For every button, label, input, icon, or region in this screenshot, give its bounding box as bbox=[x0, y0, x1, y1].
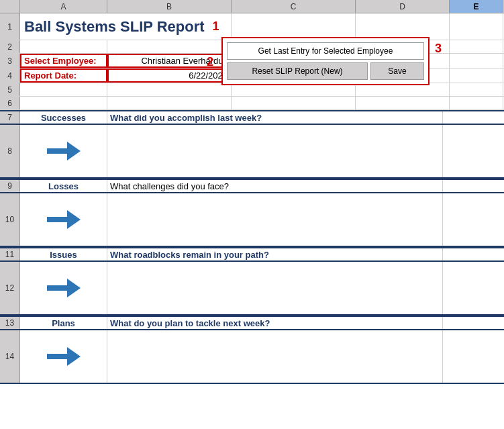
annotation-3-label: 3 bbox=[435, 42, 442, 56]
cell-5b bbox=[107, 83, 232, 96]
cell-6a bbox=[20, 97, 107, 109]
buttons-overlay: Get Last Entry for Selected Employee Res… bbox=[221, 37, 430, 85]
cell-14d bbox=[443, 330, 504, 383]
cell-6e bbox=[450, 97, 503, 109]
issues-arrow-cell bbox=[20, 262, 107, 314]
cell-7d bbox=[443, 111, 504, 124]
cell-12d bbox=[443, 262, 504, 314]
col-header-a: A bbox=[20, 0, 107, 13]
plans-label: Plans bbox=[20, 317, 107, 329]
plans-question: What do you plan to tackle next week? bbox=[107, 317, 443, 329]
rownum-14: 14 bbox=[0, 330, 20, 383]
row-14-plans-content: 14 bbox=[0, 330, 504, 384]
rownum-12: 12 bbox=[0, 262, 20, 314]
spreadsheet: A B C D E 1 Ball Systems SLIP Report 1 2 bbox=[0, 0, 504, 429]
row-9-losses-header: 9 Losses What challenges did you face? bbox=[0, 179, 504, 193]
row-11-issues-header: 11 Issues What roadblocks remain in your… bbox=[0, 247, 504, 262]
cell-4e bbox=[450, 68, 503, 83]
cell-3e bbox=[450, 54, 503, 68]
employee-label: Select Employee: bbox=[20, 54, 107, 68]
col-header-b: B bbox=[107, 0, 232, 13]
row-8-successes-content: 8 4 bbox=[0, 125, 504, 179]
cell-1d bbox=[356, 13, 450, 40]
cell-6b bbox=[107, 97, 232, 109]
cell-5e bbox=[450, 83, 503, 96]
row-13-plans-header: 13 Plans What do you plan to tackle next… bbox=[0, 316, 504, 330]
plans-content-cell[interactable] bbox=[107, 330, 443, 383]
row-7-successes-header: 7 Successes What did you accomplish last… bbox=[0, 110, 504, 125]
losses-arrow-cell bbox=[20, 193, 107, 246]
row-5: 5 bbox=[0, 83, 504, 97]
cell-2b bbox=[107, 40, 232, 53]
plans-arrow-cell bbox=[20, 330, 107, 383]
col-header-d: D bbox=[356, 0, 450, 13]
losses-label: Losses bbox=[20, 180, 107, 192]
successes-arrow-cell bbox=[20, 125, 107, 177]
cell-8d bbox=[443, 125, 504, 177]
title-cell: Ball Systems SLIP Report 1 bbox=[20, 13, 232, 40]
cell-10d bbox=[443, 193, 504, 246]
rownum-10: 10 bbox=[0, 193, 20, 246]
get-last-entry-button[interactable]: Get Last Entry for Selected Employee bbox=[227, 42, 424, 60]
issues-label: Issues bbox=[20, 248, 107, 260]
annotation-2-label: 2 bbox=[207, 55, 213, 69]
successes-arrow-icon bbox=[47, 142, 81, 160]
cell-6d bbox=[356, 97, 450, 109]
cell-2e bbox=[450, 40, 503, 53]
corner-cell bbox=[0, 0, 20, 13]
rownum-3: 3 bbox=[0, 54, 20, 68]
cell-11d bbox=[443, 248, 504, 260]
annotation-1: 1 bbox=[213, 19, 219, 34]
col-header-e: E bbox=[450, 0, 503, 13]
rownum-7: 7 bbox=[0, 111, 20, 124]
issues-arrow-icon bbox=[47, 279, 81, 297]
rownum-13: 13 bbox=[0, 317, 20, 329]
save-button[interactable]: Save bbox=[370, 62, 424, 80]
plans-arrow-icon bbox=[47, 347, 81, 366]
rownum-11: 11 bbox=[0, 248, 20, 260]
row-12-issues-content: 12 bbox=[0, 262, 504, 316]
row-1: 1 Ball Systems SLIP Report 1 bbox=[0, 13, 504, 40]
rownum-4: 4 bbox=[0, 68, 20, 83]
cell-9d bbox=[443, 180, 504, 192]
cell-2a bbox=[20, 40, 107, 53]
spreadsheet-title: Ball Systems SLIP Report bbox=[24, 18, 205, 36]
issues-content-cell[interactable] bbox=[107, 262, 443, 314]
row-6: 6 bbox=[0, 97, 504, 110]
row-10-losses-content: 10 bbox=[0, 193, 504, 247]
report-date-label: Report Date: bbox=[20, 68, 107, 83]
cell-1e bbox=[450, 13, 503, 40]
rownum-6: 6 bbox=[0, 97, 20, 109]
losses-arrow-icon bbox=[47, 210, 81, 229]
losses-question: What challenges did you face? bbox=[107, 180, 443, 192]
successes-label: Successes bbox=[20, 111, 107, 124]
rownum-2: 2 bbox=[0, 40, 20, 53]
rownum-5: 5 bbox=[0, 83, 20, 96]
cell-1c bbox=[232, 13, 356, 40]
issues-question: What roadblocks remain in your path? bbox=[107, 248, 443, 260]
rownum-1: 1 bbox=[0, 13, 20, 40]
cell-6c bbox=[232, 97, 356, 109]
cell-13d bbox=[443, 317, 504, 329]
rownum-8: 8 bbox=[0, 125, 20, 177]
cell-5a bbox=[20, 83, 107, 96]
report-date-value[interactable]: 6/22/2020 bbox=[107, 68, 232, 83]
rownum-9: 9 bbox=[0, 180, 20, 192]
column-headers: A B C D E bbox=[0, 0, 504, 13]
successes-content-cell[interactable]: 4 bbox=[107, 125, 443, 177]
successes-question: What did you accomplish last week? bbox=[107, 111, 443, 124]
col-header-c: C bbox=[232, 0, 356, 13]
bottom-buttons-row: Reset SLIP Report (New) Save bbox=[227, 62, 424, 80]
reset-slip-button[interactable]: Reset SLIP Report (New) bbox=[227, 62, 368, 80]
losses-content-cell[interactable] bbox=[107, 193, 443, 246]
